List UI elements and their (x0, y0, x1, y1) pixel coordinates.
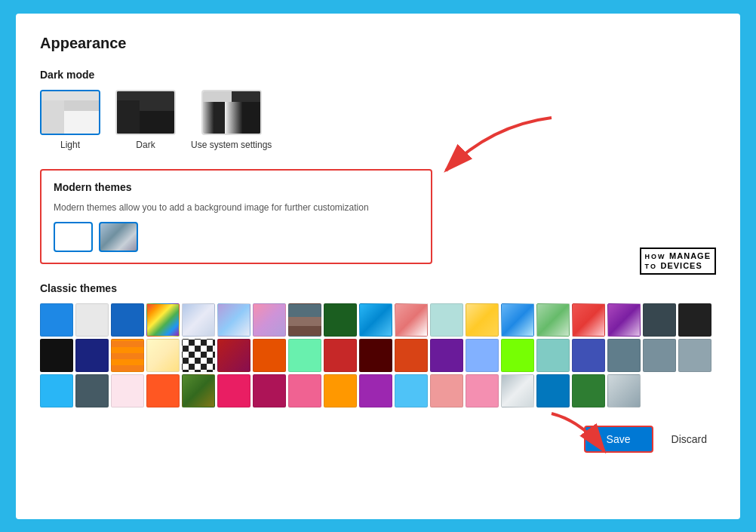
classic-swatches-grid (40, 303, 716, 407)
swatch-coral[interactable] (146, 374, 180, 407)
swatch-gold-star[interactable] (466, 303, 499, 337)
swatch-nature[interactable] (182, 374, 215, 407)
swatch-cat[interactable] (146, 339, 180, 372)
swatch-maroon[interactable] (217, 339, 250, 372)
swatch-dark-red[interactable] (359, 339, 392, 372)
swatch-blue[interactable] (40, 303, 73, 337)
swatch-teal-light[interactable] (430, 303, 463, 337)
swatch-abstract4[interactable] (359, 303, 392, 337)
dark-preview[interactable] (115, 90, 176, 135)
light-label: Light (60, 140, 80, 152)
swatch-charcoal[interactable] (678, 303, 711, 337)
swatch-landscape[interactable] (288, 303, 321, 337)
footer-buttons: Save Discard (40, 426, 716, 453)
modern-themes-desc: Modern themes allow you to add a backgro… (54, 202, 419, 213)
discard-button[interactable]: Discard (662, 427, 716, 451)
swatch-pattern1[interactable] (501, 374, 534, 407)
dark-mode-title: Dark mode (40, 69, 716, 81)
swatch-pink-light[interactable] (111, 374, 144, 407)
swatch-green-light[interactable] (288, 339, 321, 372)
modern-themes-list (54, 222, 419, 252)
swatch-orange-dark[interactable] (253, 339, 286, 372)
swatch-abstract2[interactable] (217, 303, 250, 337)
system-label: Use system settings (191, 140, 272, 152)
watermark: HOW MANAGE TO DEVICES (640, 248, 716, 275)
swatch-pattern2[interactable] (607, 374, 641, 407)
swatch-abstract1[interactable] (182, 303, 215, 337)
swatch-slate[interactable] (607, 339, 641, 372)
swatch-magenta[interactable] (253, 374, 286, 407)
swatch-pink3[interactable] (466, 374, 499, 407)
modern-themes-section: Modern themes Modern themes allow you to… (40, 169, 432, 264)
swatch-rainbow[interactable] (146, 303, 180, 337)
modern-themes-title: Modern themes (54, 181, 419, 193)
swatch-black[interactable] (40, 339, 73, 372)
swatch-rust[interactable] (395, 339, 428, 372)
swatch-green-sparkle[interactable] (536, 303, 570, 337)
page-title: Appearance (40, 35, 716, 52)
swatch-abstract3[interactable] (253, 303, 286, 337)
swatch-slate2[interactable] (75, 374, 109, 407)
swatch-violet[interactable] (359, 374, 392, 407)
swatch-teal2[interactable] (536, 339, 570, 372)
theme-option-dark[interactable]: Dark (115, 90, 176, 152)
swatch-light-coral[interactable] (430, 374, 463, 407)
system-preview[interactable] (201, 90, 262, 135)
swatch-forest[interactable] (572, 374, 605, 407)
swatch-blue-abstract[interactable] (501, 303, 534, 337)
swatch-lime[interactable] (501, 339, 534, 372)
swatch-lightgray[interactable] (75, 303, 109, 337)
swatch-navy[interactable] (75, 339, 109, 372)
swatch-darkblue[interactable] (111, 303, 144, 337)
swatch-crimson[interactable] (324, 339, 357, 372)
swatch-checker[interactable] (182, 339, 215, 372)
modern-theme-white[interactable] (54, 222, 93, 252)
dark-mode-options: Light Dark (40, 90, 716, 152)
swatch-hot-pink[interactable] (217, 374, 250, 407)
settings-panel: Appearance Dark mode Light (16, 14, 740, 519)
dark-mode-section: Dark mode Light (40, 69, 716, 152)
swatch-red-abstract[interactable] (572, 303, 605, 337)
arrow-modern (416, 110, 582, 201)
swatch-lightblue2[interactable] (40, 374, 73, 407)
swatch-indigo[interactable] (572, 339, 605, 372)
swatch-dark-gray[interactable] (643, 303, 676, 337)
swatch-purple-abstract[interactable] (607, 303, 641, 337)
classic-themes-section: Classic themes (40, 282, 716, 407)
swatch-grey[interactable] (678, 339, 711, 372)
swatch-steel[interactable] (643, 339, 676, 372)
classic-themes-title: Classic themes (40, 282, 716, 294)
light-preview[interactable] (40, 90, 100, 135)
swatch-glow[interactable] (395, 303, 428, 337)
swatch-ocean[interactable] (536, 374, 570, 407)
theme-option-light[interactable]: Light (40, 90, 100, 152)
swatch-purple2[interactable] (430, 339, 463, 372)
swatch-lego-orange[interactable] (111, 339, 144, 372)
modern-theme-photo[interactable] (99, 222, 138, 252)
dark-label: Dark (136, 140, 155, 152)
swatch-amber[interactable] (324, 374, 357, 407)
arrow-save (536, 406, 627, 466)
swatch-cyan[interactable] (395, 374, 428, 407)
swatch-circuit[interactable] (324, 303, 357, 337)
theme-option-system[interactable]: Use system settings (191, 90, 272, 152)
swatch-blue2[interactable] (466, 339, 499, 372)
swatch-pink2[interactable] (288, 374, 321, 407)
